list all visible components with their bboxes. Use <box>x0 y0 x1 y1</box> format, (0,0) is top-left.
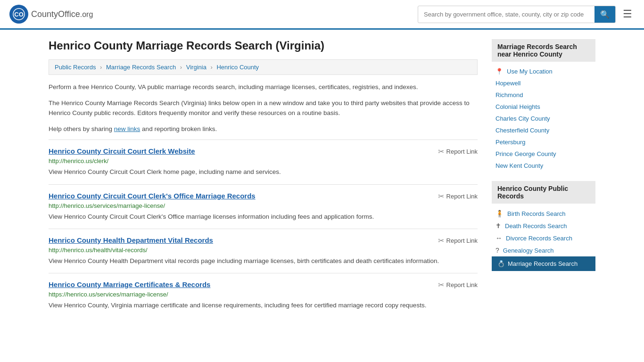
breadcrumb: Public Records › Marriage Records Search… <box>49 59 478 75</box>
breadcrumb-sep-1: › <box>100 64 102 71</box>
logo-area: CO CountyOffice.org <box>9 5 93 24</box>
marriage-icon: 💍 <box>497 260 505 267</box>
result-title-3[interactable]: Henrico County Health Department Vital R… <box>49 236 213 244</box>
intro-para3-start: Help others by sharing <box>49 125 114 132</box>
nearby-label-hopewell: Hopewell <box>495 80 520 87</box>
nearby-label-petersburg: Petersburg <box>495 139 526 146</box>
birth-records-label: Birth Records Search <box>507 210 566 217</box>
result-url-2[interactable]: http://henrico.us/services/marriage-lice… <box>49 202 478 209</box>
breadcrumb-marriage-records[interactable]: Marriage Records Search <box>106 64 176 71</box>
sidebar-use-location[interactable]: 📍 Use My Location <box>492 66 595 77</box>
breadcrumb-public-records[interactable]: Public Records <box>55 64 96 71</box>
main-container: Henrico County Marriage Records Search (… <box>39 30 605 327</box>
breadcrumb-henrico[interactable]: Henrico County <box>216 64 259 71</box>
sidebar-link-richmond[interactable]: Richmond <box>492 89 595 101</box>
sidebar-link-new-kent[interactable]: New Kent County <box>492 160 595 172</box>
sidebar-link-genealogy[interactable]: ? Genealogy Search <box>492 244 595 256</box>
report-icon-2: ✂ <box>438 192 444 201</box>
result-item-1: Henrico County Circuit Court Clerk Websi… <box>49 140 478 184</box>
sidebar-link-prince-george[interactable]: Prince George County <box>492 148 595 160</box>
search-button[interactable]: 🔍 <box>594 6 615 23</box>
sidebar-public-records-section: Henrico County Public Records 🧍 Birth Re… <box>492 181 595 271</box>
sidebar-public-records-heading: Henrico County Public Records <box>492 181 595 204</box>
breadcrumb-virginia[interactable]: Virginia <box>186 64 206 71</box>
marriage-records-label: Marriage Records Search <box>508 260 578 267</box>
report-label-2: Report Link <box>446 193 478 200</box>
result-header-2: Henrico County Circuit Court Clerk's Off… <box>49 192 478 201</box>
report-link-2[interactable]: ✂ Report Link <box>438 192 478 201</box>
report-icon-3: ✂ <box>438 236 444 245</box>
result-item-2: Henrico County Circuit Court Clerk's Off… <box>49 184 478 229</box>
result-title-4[interactable]: Henrico County Marriage Certificates & R… <box>49 280 210 288</box>
logo-text: CountyOffice.org <box>31 9 93 19</box>
breadcrumb-sep-3: › <box>211 64 213 71</box>
result-title-1[interactable]: Henrico County Circuit Court Clerk Websi… <box>49 147 195 155</box>
report-label-4: Report Link <box>446 281 478 288</box>
nearby-label-new-kent: New Kent County <box>495 162 543 169</box>
result-header-4: Henrico County Marriage Certificates & R… <box>49 280 478 289</box>
result-desc-3: View Henrico County Health Department vi… <box>49 256 478 266</box>
genealogy-icon: ? <box>495 247 499 254</box>
search-input[interactable] <box>418 7 594 22</box>
death-records-label: Death Records Search <box>505 222 567 230</box>
report-label-3: Report Link <box>446 237 478 244</box>
result-desc-4: View Henrico County, Virginia marriage c… <box>49 301 478 310</box>
intro-para1: Perform a free Henrico County, VA public… <box>49 82 478 92</box>
sidebar-link-divorce-records[interactable]: ↔ Divorce Records Search <box>492 232 595 244</box>
result-item-3: Henrico County Health Department Vital R… <box>49 229 478 273</box>
intro-para3: Help others by sharing new links and rep… <box>49 124 478 134</box>
report-label-1: Report Link <box>446 148 478 155</box>
nearby-label-prince-george: Prince George County <box>495 150 556 157</box>
nearby-label-richmond: Richmond <box>495 91 523 99</box>
content-area: Henrico County Marriage Records Search (… <box>49 39 478 317</box>
breadcrumb-sep-2: › <box>180 64 182 71</box>
result-title-2[interactable]: Henrico County Circuit Court Clerk's Off… <box>49 192 256 200</box>
header-right: 🔍 ☰ <box>418 6 635 23</box>
report-link-4[interactable]: ✂ Report Link <box>438 280 478 289</box>
result-desc-2: View Henrico County Circuit Court Clerk'… <box>49 212 478 222</box>
divorce-icon: ↔ <box>495 234 502 242</box>
sidebar-link-birth-records[interactable]: 🧍 Birth Records Search <box>492 207 595 220</box>
menu-icon[interactable]: ☰ <box>620 6 635 23</box>
result-url-3[interactable]: http://henrico.us/health/vital-records/ <box>49 247 478 254</box>
use-location-label: Use My Location <box>507 68 553 75</box>
birth-icon: 🧍 <box>495 210 504 217</box>
sidebar-link-death-records[interactable]: ✝ Death Records Search <box>492 220 595 232</box>
logo-icon: CO <box>9 5 28 24</box>
intro-para2: The Henrico County Marriage Records Sear… <box>49 98 478 118</box>
result-item-4: Henrico County Marriage Certificates & R… <box>49 273 478 317</box>
sidebar-link-hopewell[interactable]: Hopewell <box>492 77 595 89</box>
result-desc-1: View Henrico County Circuit Court Clerk … <box>49 167 478 177</box>
nearby-label-colonial-heights: Colonial Heights <box>495 103 540 110</box>
search-bar: 🔍 <box>418 6 616 23</box>
sidebar-link-colonial-heights[interactable]: Colonial Heights <box>492 101 595 113</box>
genealogy-label: Genealogy Search <box>503 247 554 254</box>
report-icon-1: ✂ <box>438 147 444 156</box>
sidebar-nearby-heading: Marriage Records Search near Henrico Cou… <box>492 39 595 62</box>
header: CO CountyOffice.org 🔍 ☰ <box>0 0 644 30</box>
new-links-link[interactable]: new links <box>114 125 140 132</box>
intro-para3-end: and reporting broken links. <box>140 125 217 132</box>
logo-org: .org <box>80 10 93 18</box>
report-icon-4: ✂ <box>438 280 444 289</box>
result-header-1: Henrico County Circuit Court Clerk Websi… <box>49 147 478 156</box>
result-url-4[interactable]: https://henrico.us/services/marriage-lic… <box>49 291 478 298</box>
page-title: Henrico County Marriage Records Search (… <box>49 39 478 52</box>
sidebar-link-petersburg[interactable]: Petersburg <box>492 136 595 148</box>
sidebar-link-charles-city[interactable]: Charles City County <box>492 113 595 124</box>
nearby-label-chesterfield: Chesterfield County <box>495 127 549 134</box>
location-icon: 📍 <box>495 68 503 75</box>
death-icon: ✝ <box>495 222 501 230</box>
logo-name: CountyOffice <box>31 9 80 19</box>
sidebar-nearby-section: Marriage Records Search near Henrico Cou… <box>492 39 595 172</box>
svg-text:CO: CO <box>14 11 24 18</box>
sidebar: Marriage Records Search near Henrico Cou… <box>492 39 595 317</box>
report-link-3[interactable]: ✂ Report Link <box>438 236 478 245</box>
divorce-records-label: Divorce Records Search <box>506 235 572 242</box>
sidebar-link-marriage-records[interactable]: 💍 Marriage Records Search <box>492 256 595 271</box>
result-header-3: Henrico County Health Department Vital R… <box>49 236 478 245</box>
nearby-label-charles-city: Charles City County <box>495 115 550 122</box>
result-url-1[interactable]: http://henrico.us/clerk/ <box>49 157 478 165</box>
report-link-1[interactable]: ✂ Report Link <box>438 147 478 156</box>
sidebar-link-chesterfield[interactable]: Chesterfield County <box>492 124 595 136</box>
